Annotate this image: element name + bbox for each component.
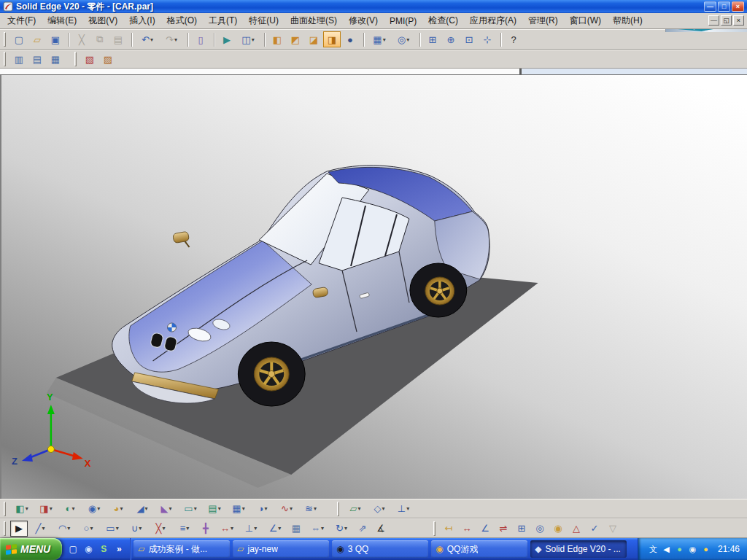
named-views-icon[interactable]: ◫ <box>236 31 260 47</box>
mdi-restore-button[interactable]: ◱ <box>721 15 732 26</box>
show-desktop-icon[interactable]: ▢ <box>66 542 80 556</box>
menu-inspect[interactable]: 检查(C) <box>422 12 464 29</box>
splitter-left-track[interactable] <box>0 69 519 74</box>
security-icon[interactable]: ● <box>673 543 686 556</box>
pattern-icon[interactable]: ▦ <box>227 501 250 517</box>
pmi-distance-icon[interactable]: ↔ <box>458 521 476 537</box>
3d-viewport[interactable]: Y X Z <box>0 75 747 499</box>
rotate-icon[interactable]: ↻ <box>330 521 353 537</box>
toolbar-grip[interactable] <box>433 521 436 536</box>
edge-condition-icon[interactable]: ▽ <box>604 521 622 537</box>
zoom-icon[interactable]: ⊕ <box>442 31 460 47</box>
arc-icon[interactable]: ◠ <box>53 521 76 537</box>
ref-axis-icon[interactable]: ⊥ <box>392 501 415 517</box>
line-icon[interactable]: ╱ <box>28 521 52 537</box>
cut-icon[interactable]: ╳ <box>73 31 90 47</box>
task-solid-edge[interactable]: ◆ Solid Edge V20 - ... <box>530 540 627 558</box>
family-table-icon[interactable]: ▦ <box>47 51 64 67</box>
start-button[interactable]: MENU <box>0 538 62 560</box>
menu-view[interactable]: 视图(V) <box>82 12 123 29</box>
angle-icon[interactable]: ∠ <box>263 521 287 537</box>
task-folder-jaynew[interactable]: ▱ jay-new <box>233 540 329 558</box>
close-button[interactable]: × <box>732 1 744 12</box>
chamfer-icon[interactable]: ◢ <box>131 501 154 517</box>
measure-icon[interactable]: ∡ <box>372 521 390 537</box>
construction-icon[interactable]: ╋ <box>197 521 214 537</box>
sweep-icon[interactable]: ∿ <box>275 501 298 517</box>
front-view-icon[interactable]: ◧ <box>268 31 286 47</box>
menu-surfacing[interactable]: 曲面处理(S) <box>285 12 343 29</box>
shaded-edges-icon[interactable]: ◨ <box>323 31 341 47</box>
rib-icon[interactable]: ▤ <box>203 501 226 517</box>
mdi-minimize-button[interactable]: — <box>708 15 719 26</box>
save-icon[interactable]: ▣ <box>47 31 64 47</box>
minimize-button[interactable]: — <box>704 1 716 12</box>
sheet-view-icon[interactable]: ▯ <box>192 31 209 47</box>
callout-icon[interactable]: ◎ <box>531 521 549 537</box>
zoom-area-icon[interactable]: ⊞ <box>424 31 441 47</box>
weld-symbol-icon[interactable]: △ <box>568 521 585 537</box>
qq-tray-icon[interactable]: ◉ <box>686 543 699 556</box>
sketch-icon[interactable]: ▱ <box>344 501 367 517</box>
select-tool-icon[interactable]: ▶ <box>218 31 236 47</box>
hole-icon[interactable]: ◉ <box>82 501 106 517</box>
pmi-symmetry-icon[interactable]: ⇌ <box>495 521 512 537</box>
pan-icon[interactable]: ⊹ <box>479 31 496 47</box>
toolbar-grip[interactable] <box>337 502 339 516</box>
toolbar-grip[interactable] <box>4 521 6 536</box>
draft-icon[interactable]: ◣ <box>155 501 178 517</box>
view-settings-icon[interactable]: ◎ <box>392 31 415 47</box>
color-manager-icon[interactable]: ▧ <box>81 51 98 67</box>
new-document-icon[interactable]: ▢ <box>10 31 28 47</box>
select-arrow-icon[interactable]: ▶ <box>10 521 28 537</box>
menu-applications[interactable]: 应用程序(A) <box>464 12 522 29</box>
move-icon[interactable]: ⇔ <box>306 521 329 537</box>
thin-wall-icon[interactable]: ▭ <box>179 501 202 517</box>
task-qq[interactable]: ◉ 3 QQ <box>332 540 428 558</box>
round-icon[interactable]: ◕ <box>107 501 130 517</box>
trim-icon[interactable]: ╳ <box>149 521 172 537</box>
top-view-icon[interactable]: ◩ <box>287 31 304 47</box>
scale-icon[interactable]: ⇗ <box>354 521 371 537</box>
rectangle-icon[interactable]: ▭ <box>101 521 124 537</box>
task-qq-game[interactable]: ◉ QQ游戏 <box>431 540 527 558</box>
balloon-icon[interactable]: ◉ <box>549 521 567 537</box>
circle-icon[interactable]: ○ <box>77 521 100 537</box>
dimension-icon[interactable]: ↔ <box>215 521 239 537</box>
menu-format[interactable]: 格式(O) <box>161 12 203 29</box>
pmi-dimension-icon[interactable]: ↤ <box>440 521 457 537</box>
help-icon[interactable]: ? <box>505 31 522 47</box>
mirror-copy-icon[interactable]: ◑ <box>251 501 274 517</box>
fit-icon[interactable]: ⊡ <box>460 31 478 47</box>
edgebar-icon[interactable]: ▥ <box>10 51 28 67</box>
pathfinder-icon[interactable]: ▤ <box>28 51 46 67</box>
menu-tools[interactable]: 工具(T) <box>203 12 243 29</box>
loft-icon[interactable]: ≋ <box>299 501 322 517</box>
sogou-input-icon[interactable]: S <box>97 542 110 556</box>
part-painter-icon[interactable]: ▨ <box>99 51 117 67</box>
ref-plane-icon[interactable]: ◇ <box>368 501 391 517</box>
menu-insert[interactable]: 插入(I) <box>123 12 160 29</box>
updates-icon[interactable]: ● <box>700 543 712 556</box>
menu-edit[interactable]: 编辑(E) <box>42 12 82 29</box>
undo-icon[interactable]: ↶ <box>136 31 159 47</box>
paste-icon[interactable]: ▤ <box>109 31 127 47</box>
toolbar-grip[interactable] <box>4 32 6 47</box>
fillet-icon[interactable]: ∪ <box>125 521 148 537</box>
iso-view-icon[interactable]: ◪ <box>305 31 322 47</box>
mdi-close-button[interactable]: × <box>733 15 744 26</box>
grid-icon[interactable]: ▦ <box>287 521 305 537</box>
surface-finish-icon[interactable]: ✓ <box>586 521 603 537</box>
expand-chevron-icon[interactable]: » <box>112 542 125 556</box>
toolbar-grip[interactable] <box>74 52 77 66</box>
splitter-right-track[interactable] <box>522 69 747 74</box>
cutout-icon[interactable]: ◨ <box>34 501 58 517</box>
menu-help[interactable]: 帮助(H) <box>607 12 649 29</box>
task-folder-success[interactable]: ▱ 成功案例 - 做... <box>133 540 230 558</box>
datum-frame-icon[interactable]: ⊞ <box>513 521 530 537</box>
redo-icon[interactable]: ↷ <box>160 31 183 47</box>
pmi-angle-icon[interactable]: ∠ <box>476 521 494 537</box>
menu-window[interactable]: 窗口(W) <box>564 12 607 29</box>
menu-modify[interactable]: 修改(V) <box>343 12 384 29</box>
maximize-button[interactable]: □ <box>718 1 730 12</box>
